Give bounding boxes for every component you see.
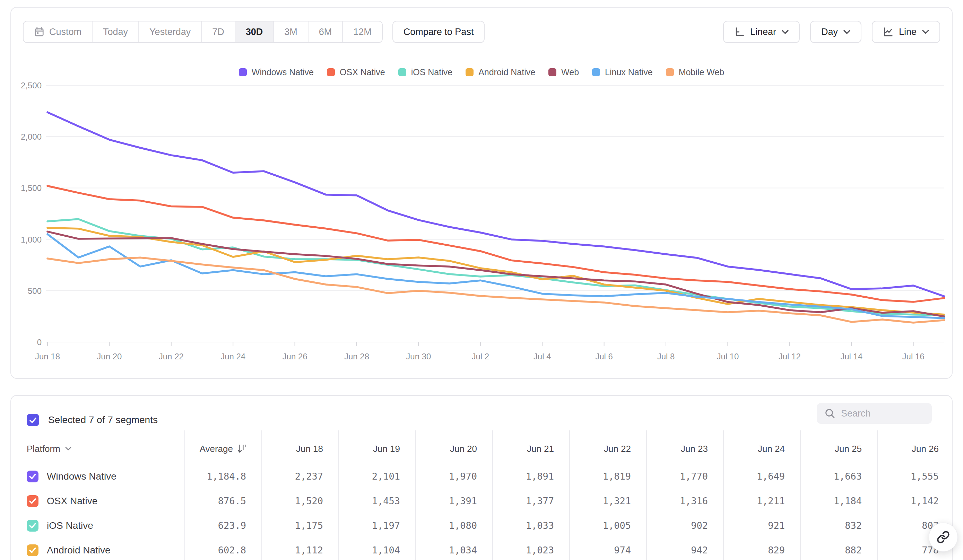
column-header-label: Average: [200, 443, 233, 454]
link-icon: [937, 531, 950, 544]
segment-checkbox[interactable]: [27, 520, 39, 532]
segment-name: Android Native: [47, 545, 110, 556]
table-value-cell: 1,649: [723, 464, 800, 489]
x-axis-label: Jul 12: [778, 352, 801, 361]
sort-descending-icon: [237, 444, 246, 453]
table-value-cell: 1,080: [415, 513, 492, 538]
table-value-cell: 1,104: [338, 538, 415, 560]
table-value-cell: 882: [800, 538, 877, 560]
table-value-cell: 1,023: [492, 538, 569, 560]
table-header-row: PlatformAverageJun 18Jun 19Jun 20Jun 21J…: [11, 437, 953, 460]
column-header-label: Jun 20: [450, 443, 477, 454]
table-value-cell: 1,197: [338, 513, 415, 538]
table-value-cell: 1,391: [415, 489, 492, 513]
share-link-button[interactable]: [929, 523, 958, 552]
table-value-cell: 1,112: [261, 538, 338, 560]
x-axis-label: Jul 10: [717, 352, 739, 361]
x-axis-label: Jun 26: [282, 352, 308, 361]
x-axis-label: Jul 6: [595, 352, 613, 361]
table-value-cell: 1,555: [877, 464, 953, 489]
table-row: Windows Native1,184.82,2372,1011,9701,89…: [11, 464, 953, 489]
segment-name: iOS Native: [47, 520, 93, 531]
table-value-cell: 1,321: [569, 489, 646, 513]
column-header-platform[interactable]: Platform: [11, 437, 185, 460]
y-axis-label: 0: [37, 338, 42, 347]
segment-search[interactable]: [817, 403, 932, 424]
table-value-cell: 1,034: [415, 538, 492, 560]
check-icon: [29, 522, 36, 529]
table-value-cell: 2,101: [338, 464, 415, 489]
table-value-cell: 902: [646, 513, 723, 538]
column-header-jun-19[interactable]: Jun 19: [338, 437, 415, 460]
y-axis-label: 500: [28, 286, 42, 296]
table-value-cell: 1,377: [492, 489, 569, 513]
table-value-cell: 1,819: [569, 464, 646, 489]
select-all-checkbox[interactable]: [27, 414, 39, 426]
table-value-cell: 921: [723, 513, 800, 538]
check-icon: [29, 498, 36, 504]
table-value-cell: 1,184: [800, 489, 877, 513]
column-header-jun-20[interactable]: Jun 20: [415, 437, 492, 460]
column-header-average[interactable]: Average: [185, 437, 261, 460]
y-axis-label: 2,500: [21, 81, 42, 90]
chevron-down-icon: [65, 447, 71, 451]
series-line-windows-native: [47, 112, 944, 296]
column-header-label: Jun 21: [527, 443, 554, 454]
column-header-jun-21[interactable]: Jun 21: [492, 437, 569, 460]
column-header-label: Jun 25: [835, 443, 862, 454]
segment-checkbox[interactable]: [27, 495, 39, 507]
table-value-cell: 1,520: [261, 489, 338, 513]
column-header-label: Jun 24: [758, 443, 785, 454]
column-header-label: Jun 23: [681, 443, 708, 454]
table-row: iOS Native623.91,1751,1971,0801,0331,005…: [11, 513, 953, 538]
table-value-cell: 1,211: [723, 489, 800, 513]
column-header-label: Jun 22: [604, 443, 631, 454]
column-header-jun-23[interactable]: Jun 23: [646, 437, 723, 460]
table-value-cell: 623.9: [185, 513, 261, 538]
segment-name: Windows Native: [47, 471, 117, 482]
segment-checkbox[interactable]: [27, 544, 39, 556]
segment-checkbox[interactable]: [27, 471, 39, 482]
x-axis-label: Jun 22: [159, 352, 184, 361]
table-value-cell: 1,770: [646, 464, 723, 489]
table-row: OSX Native876.51,5201,4531,3911,3771,321…: [11, 489, 953, 513]
x-axis-label: Jul 4: [533, 352, 551, 361]
check-icon: [29, 417, 37, 424]
segment-name: OSX Native: [47, 495, 97, 507]
y-axis-label: 2,000: [21, 132, 42, 141]
check-icon: [29, 473, 36, 480]
table-row: Android Native602.81,1121,1041,0341,0239…: [11, 538, 953, 560]
table-value-cell: 1,891: [492, 464, 569, 489]
table-value-cell: 876.5: [185, 489, 261, 513]
table-body: Windows Native1,184.82,2372,1011,9701,89…: [11, 464, 953, 560]
x-axis-label: Jul 8: [657, 352, 675, 361]
table-value-cell: 1,184.8: [185, 464, 261, 489]
column-header-jun-18[interactable]: Jun 18: [261, 437, 338, 460]
x-axis-label: Jun 28: [344, 352, 369, 361]
table-value-cell: 2,237: [261, 464, 338, 489]
column-header-label: Jun 19: [373, 443, 400, 454]
x-axis-label: Jul 16: [902, 352, 924, 361]
segments-table-card: Selected 7 of 7 segments PlatformAverage…: [10, 395, 953, 560]
x-axis-label: Jun 24: [220, 352, 245, 361]
table-value-cell: 1,663: [800, 464, 877, 489]
column-header-jun-22[interactable]: Jun 22: [569, 437, 646, 460]
chart-card: CustomTodayYesterday7D30D3M6M12M Compare…: [10, 7, 953, 379]
table-value-cell: 602.8: [185, 538, 261, 560]
x-axis-label: Jul 2: [472, 352, 489, 361]
table-value-cell: 829: [723, 538, 800, 560]
column-header-jun-24[interactable]: Jun 24: [723, 437, 800, 460]
y-axis-label: 1,000: [21, 235, 42, 244]
x-axis-label: Jun 30: [406, 352, 431, 361]
selected-segments-label: Selected 7 of 7 segments: [48, 414, 158, 426]
column-header-label: Platform: [27, 443, 60, 454]
column-header-jun-25[interactable]: Jun 25: [800, 437, 877, 460]
check-icon: [29, 547, 36, 554]
table-value-cell: 1,316: [646, 489, 723, 513]
column-header-jun-26[interactable]: Jun 26: [877, 437, 953, 460]
search-input[interactable]: [841, 408, 924, 419]
x-axis-label: Jun 20: [97, 352, 122, 361]
y-axis-label: 1,500: [21, 183, 42, 193]
series-line-ios-native: [47, 219, 944, 315]
x-axis-label: Jun 18: [35, 352, 60, 361]
